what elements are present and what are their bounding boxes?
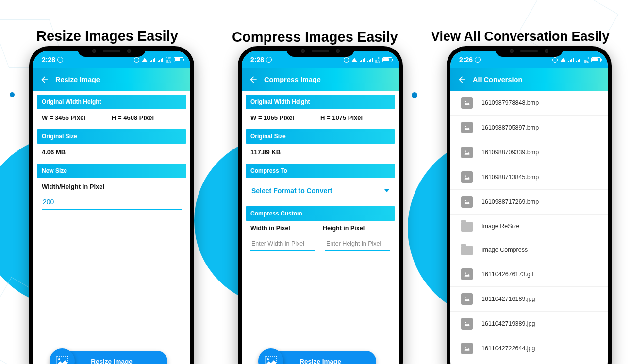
original-height: H = 4608 Pixel: [112, 114, 182, 121]
phone-mockup-resize: 2:28 575B/s Resize Image Original Width …: [29, 46, 194, 364]
image-icon: [461, 293, 473, 305]
width-field-label: Width in Pixel: [250, 225, 318, 232]
image-icon: [461, 196, 473, 208]
list-item[interactable]: Image Compress: [450, 238, 608, 262]
status-time: 2:26: [459, 56, 473, 64]
list-item-label: 1611042719389.jpg: [482, 320, 535, 327]
headline-compress: Compress Images Easily: [232, 29, 398, 45]
list-item[interactable]: 1611042719389.jpg: [450, 312, 608, 336]
new-size-input[interactable]: [42, 195, 182, 210]
headline-view-all: View All Conversation Easily: [431, 29, 610, 44]
phone-mockup-compress: 2:28 0B/s Compress Image Original Width …: [238, 46, 403, 364]
wifi-icon: [142, 58, 148, 62]
svg-point-19: [465, 322, 466, 323]
section-compress-to: Compress To: [246, 164, 395, 178]
svg-point-21: [465, 347, 466, 348]
signal-icon: [360, 58, 365, 62]
signal-icon-2: [367, 58, 373, 62]
chevron-down-icon: [384, 189, 389, 192]
section-compress-custom: Compress Custom: [246, 206, 395, 221]
app-bar: Compress Image: [242, 68, 399, 91]
battery-icon: [591, 57, 601, 62]
back-icon[interactable]: [457, 75, 467, 84]
back-icon[interactable]: [40, 75, 50, 84]
section-original-wh: Original Width Height: [37, 95, 186, 109]
original-size-value: 117.89 KB: [246, 144, 395, 161]
list-item-label: 1610988705897.bmp: [482, 124, 539, 131]
image-icon: [461, 171, 473, 183]
wifi-icon: [351, 58, 357, 62]
alarm-icon: [552, 57, 558, 63]
section-new-size: New Size: [37, 164, 186, 178]
battery-icon: [174, 57, 183, 62]
list-item[interactable]: 1611042716189.jpg: [450, 287, 608, 312]
list-item[interactable]: 1611042726435.jpg: [450, 361, 608, 364]
list-item[interactable]: 1610988713845.bmp: [450, 165, 608, 190]
list-item-label: Image Compress: [482, 247, 528, 253]
original-size-value: 4.06 MB: [37, 144, 186, 161]
battery-icon: [382, 57, 392, 62]
custom-height-input[interactable]: [325, 237, 390, 251]
conversion-list[interactable]: 1610987978848.bmp1610988705897.bmp161098…: [450, 91, 608, 364]
data-rate: 0B/s: [584, 56, 589, 63]
section-original-size: Original Size: [246, 129, 395, 144]
app-bar: Resize Image: [33, 68, 190, 91]
image-icon: [461, 318, 473, 330]
original-height: H = 1075 Pixel: [320, 114, 390, 121]
list-item[interactable]: 1611042722644.jpg: [450, 336, 608, 361]
svg-point-9: [465, 151, 466, 152]
list-item[interactable]: 1610988717269.bmp: [450, 190, 608, 215]
svg-point-7: [465, 126, 466, 127]
screen-title: Resize Image: [55, 76, 100, 83]
data-rate: 575B/s: [166, 56, 171, 63]
list-item-label: 1611042716189.jpg: [482, 296, 535, 302]
list-item-label: 1611042676173.gif: [482, 271, 533, 278]
image-icon: [461, 343, 473, 354]
list-item[interactable]: 1610988709339.bmp: [450, 140, 608, 165]
signal-icon-2: [158, 58, 163, 62]
custom-size-labels: Width in Pixel Height in Pixel: [246, 221, 395, 232]
list-item[interactable]: 1610988705897.bmp: [450, 116, 608, 140]
list-item-label: 1610987978848.bmp: [482, 99, 539, 106]
list-item-label: 1610988709339.bmp: [482, 149, 539, 156]
list-item[interactable]: 1610987978848.bmp: [450, 91, 608, 116]
status-time: 2:28: [250, 56, 264, 64]
image-icon: [461, 97, 473, 109]
original-dimensions-row: W = 3456 Pixel H = 4608 Pixel: [37, 109, 186, 126]
list-item[interactable]: Image ReSize: [450, 215, 608, 238]
sync-icon: [266, 57, 272, 63]
list-item[interactable]: 1611042676173.gif: [450, 262, 608, 287]
format-select[interactable]: Select Format to Convert: [250, 184, 390, 199]
alarm-icon: [344, 57, 349, 63]
svg-point-3: [267, 358, 269, 360]
list-item-label: 1610988713845.bmp: [482, 174, 539, 181]
custom-width-input[interactable]: [250, 237, 316, 251]
image-icon: [461, 268, 473, 280]
status-bar: 2:28 0B/s: [242, 51, 399, 68]
format-select-placeholder: Select Format to Convert: [251, 187, 332, 195]
section-original-size: Original Size: [37, 129, 186, 144]
status-bar: 2:26 0B/s: [450, 51, 608, 68]
svg-point-5: [465, 101, 466, 102]
folder-icon: [461, 222, 473, 232]
sync-icon: [475, 57, 481, 63]
svg-point-11: [465, 176, 466, 177]
sync-icon: [57, 57, 63, 63]
image-icon: [461, 147, 473, 158]
signal-icon: [568, 58, 574, 62]
status-time: 2:28: [42, 56, 55, 64]
app-bar: All Conversion: [450, 68, 608, 91]
list-item-label: Image ReSize: [482, 223, 520, 230]
status-bar: 2:28 575B/s: [33, 51, 190, 68]
original-dimensions-row: W = 1065 Pixel H = 1075 Pixel: [246, 109, 395, 126]
original-width: W = 1065 Pixel: [250, 114, 320, 121]
svg-point-17: [465, 298, 466, 298]
section-original-wh: Original Width Height: [246, 95, 395, 109]
screen-title: All Conversion: [473, 76, 522, 83]
headline-resize: Resize Images Easily: [36, 28, 178, 44]
list-item-label: 1611042722644.jpg: [482, 345, 535, 352]
back-icon[interactable]: [249, 75, 258, 84]
svg-point-13: [465, 200, 466, 201]
new-size-label: Width/Height in Pixel: [37, 178, 186, 192]
signal-icon-2: [576, 58, 581, 62]
